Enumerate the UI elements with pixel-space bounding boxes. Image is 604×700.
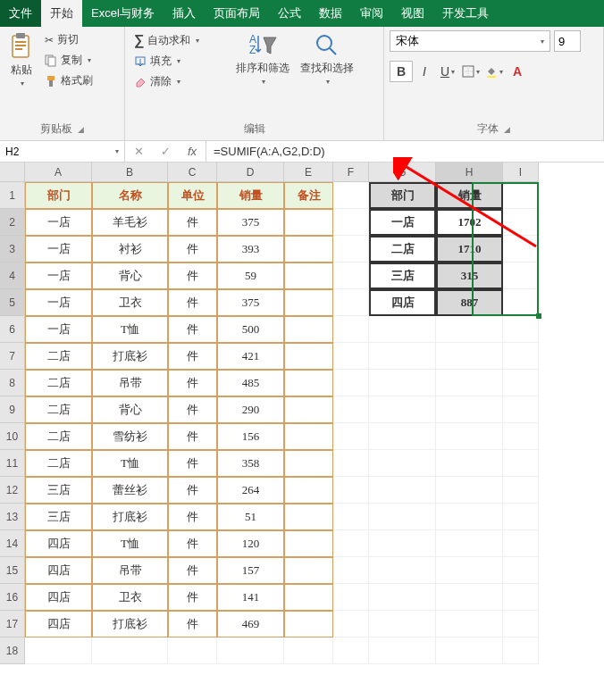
underline-button[interactable]: U▾ xyxy=(436,61,459,82)
main-cell[interactable] xyxy=(284,262,333,289)
cell[interactable] xyxy=(92,638,168,664)
main-cell[interactable]: 打底衫 xyxy=(92,343,168,370)
main-cell[interactable]: 421 xyxy=(217,343,284,370)
tab-view[interactable]: 视图 xyxy=(392,0,433,27)
main-cell[interactable]: 一店 xyxy=(25,236,92,262)
cell[interactable] xyxy=(333,370,369,396)
cell[interactable] xyxy=(333,289,369,316)
main-cell[interactable]: 59 xyxy=(217,262,284,289)
row-header[interactable]: 10 xyxy=(0,423,25,450)
tab-formulas[interactable]: 公式 xyxy=(269,0,310,27)
fill-color-button[interactable]: ▾ xyxy=(482,61,506,82)
col-header[interactable]: A xyxy=(25,162,92,182)
cell[interactable] xyxy=(369,530,436,557)
format-painter-button[interactable]: 格式刷 xyxy=(41,71,96,90)
cell[interactable] xyxy=(333,343,369,370)
main-header[interactable]: 单位 xyxy=(168,182,217,209)
cell[interactable] xyxy=(503,611,539,638)
main-cell[interactable] xyxy=(284,423,333,450)
cell[interactable] xyxy=(436,611,503,638)
fill-button[interactable]: 填充▾ xyxy=(130,52,229,71)
cell[interactable] xyxy=(333,396,369,423)
cell[interactable] xyxy=(503,396,539,423)
main-cell[interactable]: T恤 xyxy=(92,450,168,477)
main-cell[interactable]: 卫衣 xyxy=(92,289,168,316)
main-cell[interactable]: 157 xyxy=(217,557,284,584)
main-cell[interactable]: 件 xyxy=(168,504,217,530)
main-cell[interactable]: 吊带 xyxy=(92,370,168,396)
main-cell[interactable]: 四店 xyxy=(25,530,92,557)
dialog-launcher-icon[interactable]: ◢ xyxy=(78,125,84,134)
row-header[interactable]: 9 xyxy=(0,396,25,423)
row-header[interactable]: 3 xyxy=(0,236,25,262)
cell[interactable] xyxy=(369,396,436,423)
font-name-select[interactable]: 宋体 ▾ xyxy=(390,30,550,52)
cell[interactable] xyxy=(369,450,436,477)
main-cell[interactable]: 290 xyxy=(217,396,284,423)
cell[interactable] xyxy=(369,370,436,396)
cell[interactable] xyxy=(333,584,369,611)
cell[interactable] xyxy=(168,638,217,664)
main-cell[interactable]: 375 xyxy=(217,289,284,316)
row-header[interactable]: 6 xyxy=(0,316,25,343)
cell[interactable] xyxy=(333,316,369,343)
main-cell[interactable]: 件 xyxy=(168,396,217,423)
col-header[interactable]: C xyxy=(168,162,217,182)
tab-developer[interactable]: 开发工具 xyxy=(433,0,498,27)
main-cell[interactable]: 背心 xyxy=(92,262,168,289)
dialog-launcher-icon[interactable]: ◢ xyxy=(504,125,510,134)
cell[interactable] xyxy=(333,504,369,530)
main-cell[interactable]: T恤 xyxy=(92,530,168,557)
main-cell[interactable]: 375 xyxy=(217,209,284,236)
tab-file[interactable]: 文件 xyxy=(0,0,41,27)
summary-value[interactable]: 887 xyxy=(436,289,503,316)
main-cell[interactable]: 三店 xyxy=(25,504,92,530)
main-cell[interactable]: 件 xyxy=(168,316,217,343)
cell[interactable] xyxy=(503,423,539,450)
cell[interactable] xyxy=(503,236,539,262)
main-cell[interactable]: 卫衣 xyxy=(92,584,168,611)
select-all-corner[interactable] xyxy=(0,162,25,182)
cell[interactable] xyxy=(436,530,503,557)
main-cell[interactable]: 背心 xyxy=(92,396,168,423)
main-cell[interactable] xyxy=(284,504,333,530)
row-header[interactable]: 13 xyxy=(0,504,25,530)
cell[interactable] xyxy=(369,504,436,530)
summary-dept[interactable]: 二店 xyxy=(369,236,436,262)
border-button[interactable]: ▾ xyxy=(459,61,482,82)
cell[interactable] xyxy=(333,209,369,236)
cell[interactable] xyxy=(503,557,539,584)
cell[interactable] xyxy=(369,343,436,370)
cell[interactable] xyxy=(333,477,369,504)
main-cell[interactable]: 件 xyxy=(168,343,217,370)
main-cell[interactable]: 衬衫 xyxy=(92,236,168,262)
main-cell[interactable]: 件 xyxy=(168,584,217,611)
row-header[interactable]: 14 xyxy=(0,530,25,557)
main-cell[interactable]: 件 xyxy=(168,611,217,638)
main-cell[interactable] xyxy=(284,584,333,611)
col-header[interactable]: I xyxy=(503,162,539,182)
selection-handle[interactable] xyxy=(536,313,541,319)
col-header[interactable]: G xyxy=(369,162,436,182)
tab-data[interactable]: 数据 xyxy=(310,0,351,27)
main-cell[interactable]: 四店 xyxy=(25,584,92,611)
cell[interactable] xyxy=(503,343,539,370)
cell[interactable] xyxy=(503,289,539,316)
main-cell[interactable]: 件 xyxy=(168,262,217,289)
row-header[interactable]: 4 xyxy=(0,262,25,289)
main-cell[interactable] xyxy=(284,611,333,638)
cell[interactable] xyxy=(436,370,503,396)
main-cell[interactable]: 264 xyxy=(217,477,284,504)
cell[interactable] xyxy=(436,557,503,584)
col-header[interactable]: B xyxy=(92,162,168,182)
main-cell[interactable]: 469 xyxy=(217,611,284,638)
cell[interactable] xyxy=(436,396,503,423)
summary-header[interactable]: 部门 xyxy=(369,182,436,209)
row-header[interactable]: 17 xyxy=(0,611,25,638)
main-cell[interactable]: 485 xyxy=(217,370,284,396)
main-cell[interactable]: 393 xyxy=(217,236,284,262)
main-cell[interactable]: 一店 xyxy=(25,209,92,236)
cell[interactable] xyxy=(503,262,539,289)
cell[interactable] xyxy=(369,423,436,450)
summary-value[interactable]: 1702 xyxy=(436,209,503,236)
